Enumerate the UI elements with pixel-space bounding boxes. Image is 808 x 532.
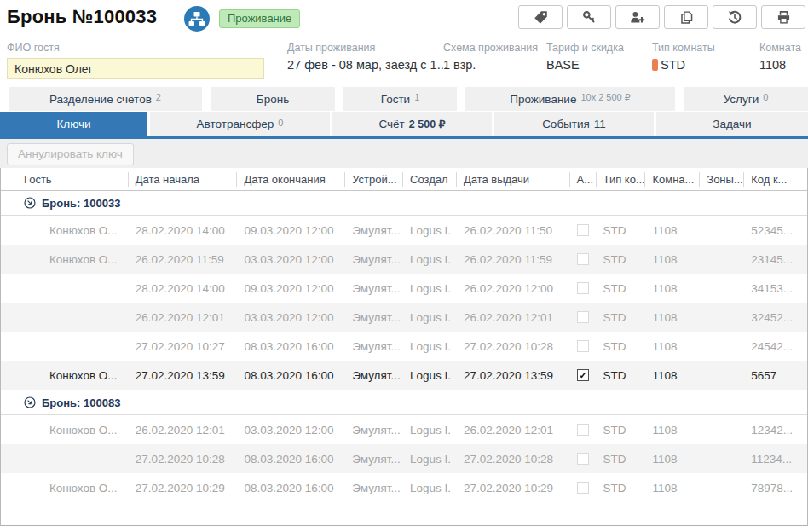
active-key-checkbox[interactable] (577, 424, 589, 436)
key-row[interactable]: 27.02.2020 10:2808.03.2020 16:00Эмулят..… (1, 444, 807, 473)
toolbar (518, 5, 805, 29)
tab-tasks[interactable]: Задачи (656, 112, 808, 136)
tab-count: 2 (156, 92, 161, 102)
key-row[interactable]: 28.02.2020 14:0009.03.2020 12:00Эмулят..… (1, 274, 807, 303)
key-row[interactable]: Конюхов О...26.02.2020 12:0103.03.2020 1… (1, 415, 807, 444)
group-booking-icon[interactable] (184, 6, 210, 32)
tab-services[interactable]: Услуги0 (684, 87, 808, 111)
issue-date-cell: 26.02.2020 12:00 (457, 282, 570, 295)
active-key-checkbox[interactable] (577, 340, 589, 352)
copy-button[interactable] (664, 5, 708, 29)
stay-dates-field: Даты проживания 27 фев - 08 мар, заезд с… (287, 42, 447, 72)
column-header[interactable]: Гость (1, 172, 129, 187)
creator-cell: Logus I. (403, 424, 457, 437)
add-guest-icon (630, 10, 645, 25)
column-header[interactable]: Код к... (744, 172, 807, 187)
tab-label: Ключи (56, 118, 90, 130)
tab-label: Разделение счетов (49, 93, 152, 106)
device-cell: Эмулят... (345, 311, 403, 324)
active-key-checkbox[interactable] (577, 453, 589, 465)
occupancy-value: 1 взр. (443, 58, 538, 72)
room-cell: 1108 (645, 482, 700, 494)
issue-date-cell: 26.02.2020 11:59 (457, 253, 570, 266)
key-code-cell: 52345... (744, 224, 807, 237)
room-value: 1108 (759, 58, 801, 72)
room-label: Комната (759, 42, 801, 54)
guest-name-input[interactable] (7, 58, 264, 79)
group-label: Бронь: 100033 (42, 197, 120, 210)
group-row[interactable]: Бронь: 100033 (1, 191, 807, 216)
key-row[interactable]: Конюхов О...27.02.2020 13:5908.03.2020 1… (1, 361, 807, 390)
active-key-checkbox[interactable] (577, 224, 589, 236)
key-row[interactable]: 26.02.2020 12:0103.03.2020 12:00Эмулят..… (1, 303, 807, 332)
stay-dates-value: 27 фев - 08 мар, заезд с 1... (287, 58, 447, 72)
key-code-cell: 12342... (744, 424, 807, 437)
history-button[interactable] (713, 5, 757, 29)
tab-invoice[interactable]: Счёт2 500 ₽ (332, 112, 492, 136)
tab-bill-split[interactable]: Разделение счетов2 (9, 87, 202, 111)
key-row[interactable]: 27.02.2020 10:2708.03.2020 16:00Эмулят..… (1, 332, 807, 361)
creator-cell: Logus I. (403, 340, 457, 353)
device-cell: Эмулят... (345, 453, 403, 466)
key-row[interactable]: Конюхов О...27.02.2020 10:2908.03.2020 1… (1, 473, 807, 502)
active-key-checkbox[interactable] (577, 482, 589, 494)
print-button[interactable] (761, 5, 805, 29)
tab-transfer[interactable]: Автотрансфер0 (150, 112, 330, 136)
creator-cell: Logus I. (403, 453, 457, 466)
issue-date-cell: 26.02.2020 11:50 (457, 224, 570, 237)
key-row[interactable]: Конюхов О...26.02.2020 11:5903.03.2020 1… (1, 245, 807, 274)
column-header[interactable]: Дата выдачи (457, 172, 570, 187)
group-row[interactable]: Бронь: 100083 (1, 390, 807, 415)
key-row[interactable]: Конюхов О...28.02.2020 14:0009.03.2020 1… (1, 216, 807, 245)
creator-cell: Logus I. (403, 253, 457, 266)
keys-table: ГостьДата началаДата окончанияУстрой...С… (0, 168, 808, 526)
tab-events[interactable]: События11 (494, 112, 654, 136)
column-header[interactable]: Дата начала (129, 172, 238, 187)
collapse-group-icon[interactable] (24, 197, 36, 209)
annul-key-button[interactable]: Аннулировать ключ (7, 143, 134, 165)
guest-cell: Конюхов О... (1, 369, 129, 382)
start-date-cell: 26.02.2020 12:01 (129, 424, 238, 437)
start-date-cell: 28.02.2020 14:00 (129, 282, 238, 295)
column-header[interactable]: Зоны... (700, 172, 744, 187)
column-header[interactable]: Устрой... (345, 172, 403, 187)
end-date-cell: 03.03.2020 12:00 (237, 253, 345, 266)
room-cell: 1108 (645, 311, 700, 324)
column-header[interactable]: Комна... (645, 172, 700, 187)
key-button[interactable] (567, 5, 611, 29)
status-badge: Проживание (219, 9, 300, 28)
table-header-row: ГостьДата началаДата окончанияУстрой...С… (1, 168, 807, 191)
active-checkbox-cell (570, 282, 597, 294)
booking-group: Бронь: 100033Конюхов О...28.02.2020 14:0… (1, 191, 807, 390)
occupancy-label: Схема проживания (443, 42, 538, 54)
active-key-checkbox[interactable] (577, 282, 589, 294)
column-header[interactable]: Создал (403, 172, 457, 187)
start-date-cell: 26.02.2020 11:59 (129, 253, 238, 266)
room-cell: 1108 (645, 224, 700, 237)
active-key-checkbox[interactable] (577, 253, 589, 265)
tab-guests[interactable]: Гости1 (343, 87, 457, 111)
room-cell: 1108 (645, 282, 700, 295)
room-type-field: Тип комнаты STD (652, 42, 715, 72)
collapse-group-icon[interactable] (24, 396, 36, 408)
tab-booking[interactable]: Бронь (211, 87, 335, 111)
room-cell: 1108 (645, 453, 700, 466)
tab-keys[interactable]: Ключи (0, 112, 147, 136)
end-date-cell: 09.03.2020 12:00 (237, 282, 345, 295)
column-header[interactable]: Тип ко... (597, 172, 646, 187)
key-code-cell: 24542... (744, 340, 807, 353)
active-checkbox-cell (570, 482, 597, 494)
start-date-cell: 27.02.2020 10:28 (129, 453, 238, 466)
end-date-cell: 08.03.2020 16:00 (237, 369, 345, 382)
device-cell: Эмулят... (345, 369, 403, 382)
active-key-checkbox[interactable]: ✓ (577, 369, 589, 381)
tab-accommodation[interactable]: Проживание10x 2 500 ₽ (465, 87, 675, 111)
add-guest-button[interactable] (615, 5, 660, 29)
tab-count: 11 (594, 118, 606, 130)
active-key-checkbox[interactable] (577, 311, 589, 323)
tag-button[interactable] (518, 5, 563, 29)
column-header[interactable]: Дата окончания (237, 172, 345, 187)
header-fields: ФИО гостя Даты проживания 27 фев - 08 ма… (0, 39, 808, 87)
column-header[interactable]: А... (570, 172, 597, 187)
titlebar: Бронь №100033 Проживание (0, 0, 808, 39)
